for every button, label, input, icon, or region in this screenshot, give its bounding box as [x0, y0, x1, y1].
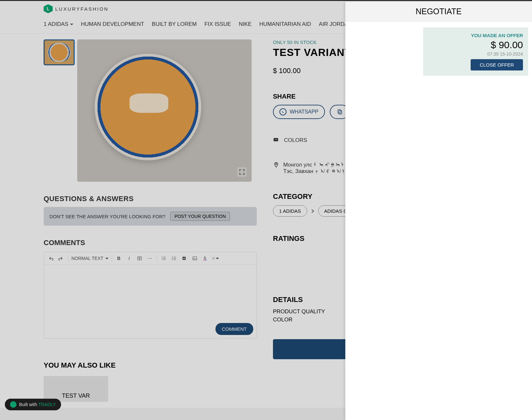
offer-amount: $ 90.00: [428, 39, 523, 50]
offer-card: YOU MADE AN OFFER $ 90.00 07:39 15-10-20…: [423, 27, 528, 76]
panel-title: NEGOTIATE: [345, 2, 532, 22]
negotiate-panel: NEGOTIATE YOU MADE AN OFFER $ 90.00 07:3…: [345, 2, 532, 420]
offer-label: YOU MADE AN OFFER: [428, 33, 523, 38]
offer-timestamp: 07:39 15-10-2024: [428, 51, 523, 57]
close-offer-button[interactable]: CLOSE OFFER: [471, 59, 523, 70]
